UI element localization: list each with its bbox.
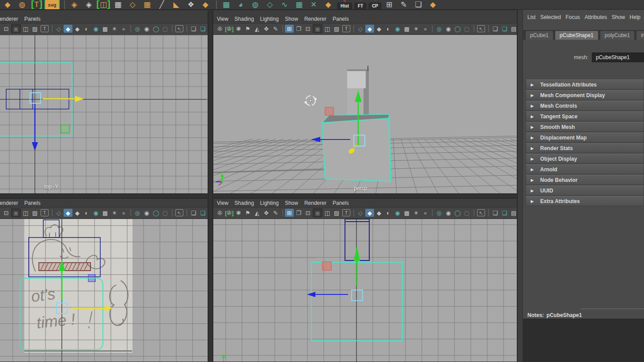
poly-cube-icon[interactable]: ◆ [199, 0, 212, 10]
reduce-icon[interactable]: ◕ [234, 0, 247, 10]
viewport-menu-lighting[interactable]: Lighting [260, 200, 279, 206]
scale-handle-green[interactable] [61, 125, 69, 133]
use-default-material-icon[interactable]: ▩ [101, 209, 110, 217]
textured-icon[interactable]: ◉ [91, 25, 100, 33]
poly-remesh-icon[interactable]: ▦ [140, 0, 154, 10]
resolution-gate-icon[interactable]: ⊡ [303, 25, 312, 33]
use-all-lights-icon[interactable]: ☀ [110, 209, 119, 217]
section-tangent-space[interactable]: ▶Tangent Space [526, 111, 644, 121]
film-gate-icon[interactable]: ❐ [0, 25, 1, 33]
select-camera-icon[interactable]: ✇ [216, 25, 224, 33]
field-chart-icon[interactable]: ◫ [323, 209, 332, 217]
flat-shade-icon[interactable]: ◆ [375, 25, 383, 33]
viewport-menu-shading[interactable]: Shading [235, 200, 254, 206]
mirror-icon[interactable]: ◫ [97, 0, 110, 10]
select-camera-icon[interactable]: ✇ [216, 209, 224, 217]
viewport-persp[interactable]: ViewShadingLightingShowRendererPanels ✇✇… [213, 10, 517, 194]
expand-arrow-icon[interactable]: ▶ [526, 199, 538, 204]
field-chart-icon[interactable]: ◫ [21, 209, 30, 217]
tab-polycube1[interactable]: polyCube1 [600, 30, 635, 40]
type-tool-icon[interactable]: T [30, 0, 43, 10]
xray-icon[interactable]: ◎ [133, 209, 142, 217]
viewport-side-canvas[interactable] [213, 219, 517, 362]
image-view-icon[interactable]: ▤ [509, 209, 517, 217]
viewport-front[interactable]: ViewShadingLightingShowRendererPanels ✇✇… [0, 198, 208, 362]
flat-shade-icon[interactable]: ◆ [73, 25, 82, 33]
checker-box-icon[interactable]: ▦ [292, 0, 306, 10]
section-render-stats[interactable]: ▶Render Stats [526, 143, 644, 153]
image-view-icon[interactable]: ▤ [509, 25, 517, 33]
pan-zoom-icon[interactable]: ✥ [262, 25, 271, 33]
viewport-menu-renderer[interactable]: Renderer [304, 200, 326, 206]
section-object-display[interactable]: ▶Object Display [526, 154, 644, 164]
use-default-material-icon[interactable]: ▩ [402, 209, 411, 217]
horizontal-splitter[interactable] [213, 194, 517, 198]
expand-arrow-icon[interactable]: ▶ [526, 136, 538, 140]
bookmark-icon[interactable]: ⚑ [243, 25, 252, 33]
section-uuid[interactable]: ▶UUID [526, 185, 644, 196]
ae-menu-attributes[interactable]: Attributes [585, 14, 607, 20]
viewport-menu-view[interactable]: View [217, 200, 228, 206]
wireframe-on-shaded-icon[interactable]: ◐ [384, 25, 393, 33]
section-node-behavior[interactable]: ▶Node Behavior [526, 175, 644, 185]
viewport-side[interactable]: ViewShadingLightingShowRendererPanels ✇✇… [213, 198, 517, 362]
resolution-gate-icon[interactable]: ⊡ [303, 209, 312, 217]
viewport-menu-panels[interactable]: Panels [333, 16, 349, 22]
xray-icon[interactable]: ◎ [435, 25, 443, 33]
handle-red-square[interactable] [325, 107, 333, 115]
viewport-top[interactable]: ViewShadingLightingShowRendererPanels ✇✇… [0, 10, 208, 194]
textured-icon[interactable]: ◉ [393, 209, 402, 217]
textured-icon[interactable]: ◉ [91, 209, 100, 217]
wireframe-on-shaded-icon[interactable]: ◐ [82, 25, 91, 33]
shadows-icon[interactable]: ● [119, 209, 128, 217]
expand-arrow-icon[interactable]: ▶ [526, 125, 538, 129]
use-all-lights-icon[interactable]: ☀ [110, 25, 119, 33]
use-default-material-icon[interactable]: ▩ [101, 25, 110, 33]
poly-cube-2-icon[interactable]: ◆ [322, 0, 335, 10]
ae-menu-help[interactable]: Help [629, 14, 640, 20]
film-gate-icon[interactable]: ❐ [0, 209, 1, 217]
section-smooth-mesh[interactable]: ▶Smooth Mesh [526, 122, 644, 132]
ae-menu-focus[interactable]: Focus [565, 14, 580, 20]
section-arnold[interactable]: ▶Arnold [526, 164, 644, 174]
camera-attributes-icon[interactable]: ❃ [234, 209, 243, 217]
pan-zoom-icon[interactable]: ✥ [262, 209, 271, 217]
resolution-gate-icon[interactable]: ⊡ [2, 25, 11, 33]
expand-arrow-icon[interactable]: ▶ [526, 178, 538, 182]
node-stack-icon[interactable]: ❏ [412, 0, 425, 10]
vertical-splitter[interactable] [208, 10, 213, 362]
poly-prism-icon[interactable]: ◆ [1, 0, 14, 10]
selected-cube-persp[interactable] [322, 114, 391, 181]
select-arrow-icon[interactable]: ↖ [175, 25, 183, 32]
isolate-select-icon[interactable]: ❏ [491, 209, 500, 217]
use-all-lights-icon[interactable]: ☀ [412, 25, 420, 33]
poly-verts-icon[interactable]: ◆ [426, 0, 439, 10]
viewport-menu-panels[interactable]: Panels [24, 200, 41, 206]
expand-arrow-icon[interactable]: ▶ [526, 104, 538, 108]
panel-splitter[interactable] [517, 10, 523, 362]
tab-initia[interactable]: initia [636, 30, 644, 40]
move-manipulator-side[interactable] [307, 245, 363, 301]
isolate-selected-icon[interactable]: ❏ [198, 25, 207, 33]
viewport-menu-panels[interactable]: Panels [24, 16, 41, 22]
sculpt-icon[interactable]: ◍ [249, 0, 262, 10]
film-gate-icon[interactable]: ❐ [294, 209, 303, 217]
shadows-icon[interactable]: ● [421, 25, 430, 33]
xray-joints-icon[interactable]: ◉ [142, 209, 151, 217]
viewport-menu-renderer[interactable]: Renderer [0, 16, 18, 22]
xray-icon[interactable]: ◎ [133, 25, 142, 33]
xray-active-icon[interactable]: ◯ [152, 25, 160, 33]
plain-box-icon[interactable]: ▢ [462, 209, 471, 217]
ae-menu-selected[interactable]: Selected [540, 14, 561, 20]
use-default-material-icon[interactable]: ▩ [402, 25, 411, 33]
ae-menu-show[interactable]: Show [612, 14, 625, 20]
wire-cube-icon[interactable]: ◇ [263, 0, 277, 10]
wireframe-icon[interactable]: ◇ [54, 209, 63, 217]
safe-title-icon[interactable]: T [342, 25, 350, 32]
expand-arrow-icon[interactable]: ▶ [526, 83, 538, 87]
wireframe-on-shaded-icon[interactable]: ◐ [384, 209, 393, 217]
shaded-icon[interactable]: ◆ [365, 25, 374, 33]
use-all-lights-icon[interactable]: ☀ [412, 209, 420, 217]
gate-mask-icon[interactable]: ▣ [11, 208, 21, 217]
spread-icon[interactable]: ✕ [307, 0, 320, 10]
